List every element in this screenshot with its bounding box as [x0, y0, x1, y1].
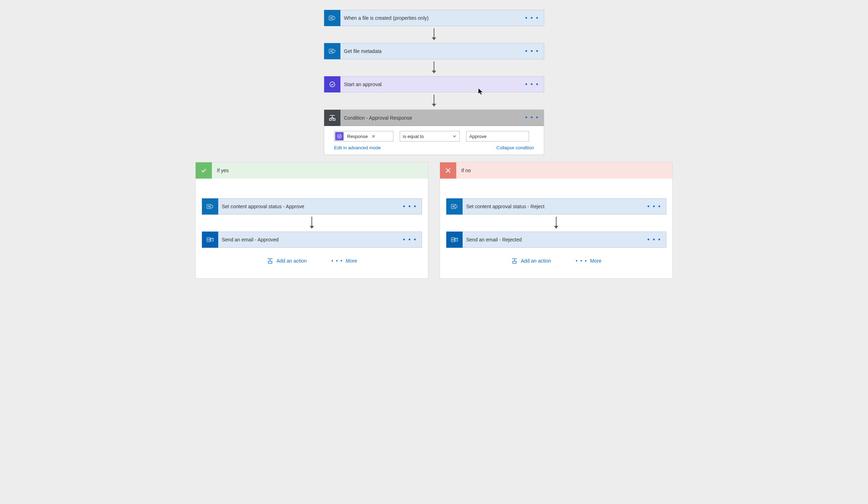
sharepoint-icon: S [202, 198, 218, 215]
step-title: When a file is created (properties only) [340, 15, 520, 21]
svg-marker-12 [432, 104, 436, 107]
arrow [324, 59, 544, 76]
more-button[interactable]: • • • More [332, 258, 357, 264]
step-menu-icon[interactable]: • • • [398, 236, 422, 244]
condition-card: Condition - Approval Response • • • Resp… [324, 109, 544, 155]
branch-no-header: If no [440, 162, 672, 179]
step-title: Send an email - Approved [218, 237, 398, 242]
step-menu-icon[interactable]: • • • [398, 203, 422, 210]
more-button[interactable]: • • • More [576, 258, 601, 264]
condition-left-token[interactable]: Response ✕ [334, 131, 393, 142]
svg-rect-17 [333, 119, 335, 120]
action-set-approval-reject[interactable]: S Set content approval status - Reject •… [446, 198, 666, 215]
condition-header[interactable]: Condition - Approval Response • • • [324, 110, 544, 126]
step-menu-icon[interactable]: • • • [520, 114, 544, 121]
approval-token-icon [335, 132, 344, 140]
value-text: Approve [469, 134, 486, 139]
svg-point-7 [332, 50, 335, 53]
svg-point-2 [332, 17, 335, 19]
arrow [309, 215, 315, 232]
step-menu-icon[interactable]: • • • [642, 236, 666, 244]
branch-no: If no S Set content approval status - Re… [440, 162, 673, 278]
arrow [553, 215, 559, 232]
step-title: Set content approval status - Approve [218, 204, 398, 209]
approval-icon [324, 76, 340, 92]
collapse-condition-link[interactable]: Collapse condition [497, 145, 534, 150]
action-send-email-rejected[interactable]: O Send an email - Rejected • • • [446, 232, 666, 248]
sharepoint-icon: S [324, 10, 340, 26]
sharepoint-icon: S [324, 43, 340, 59]
step-menu-icon[interactable]: • • • [520, 48, 544, 55]
svg-marker-9 [432, 71, 436, 73]
svg-rect-29 [268, 261, 272, 263]
more-dots-icon: • • • [576, 258, 587, 264]
add-action-button[interactable]: Add an action [267, 258, 307, 264]
condition-value-input[interactable]: Approve [466, 131, 529, 142]
svg-rect-16 [329, 119, 332, 120]
branch-yes-title: If yes [212, 168, 228, 173]
edit-advanced-link[interactable]: Edit in advanced mode [334, 145, 381, 150]
svg-text:S: S [330, 49, 332, 53]
more-label: More [346, 258, 357, 264]
svg-text:S: S [330, 16, 332, 20]
more-label: More [590, 258, 601, 264]
close-icon [440, 162, 456, 179]
trigger-step[interactable]: S When a file is created (properties onl… [324, 10, 544, 26]
step-title: Send an email - Rejected [463, 237, 642, 242]
add-action-button[interactable]: Add an action [511, 258, 551, 264]
svg-text:O: O [452, 238, 454, 241]
more-dots-icon: • • • [332, 258, 343, 264]
cursor-icon [478, 88, 484, 95]
outlook-icon: O [202, 232, 218, 248]
action-step-get-file-metadata[interactable]: S Get file metadata • • • [324, 43, 544, 59]
condition-icon [324, 110, 340, 126]
step-title: Get file metadata [340, 48, 520, 54]
svg-rect-42 [513, 261, 516, 263]
action-send-email-approved[interactable]: O Send an email - Approved • • • [202, 232, 422, 248]
token-remove-icon[interactable]: ✕ [371, 134, 377, 139]
svg-text:S: S [208, 205, 210, 208]
step-menu-icon[interactable]: • • • [520, 81, 544, 88]
svg-text:S: S [452, 205, 454, 208]
svg-point-34 [454, 205, 457, 208]
step-menu-icon[interactable]: • • • [520, 14, 544, 22]
svg-text:O: O [208, 238, 210, 241]
sharepoint-icon: S [446, 198, 463, 215]
arrow [324, 92, 544, 109]
action-set-approval-approve[interactable]: S Set content approval status - Approve … [202, 198, 422, 215]
outlook-icon: O [446, 232, 463, 248]
token-label: Response [344, 134, 371, 139]
chevron-down-icon [452, 134, 457, 138]
svg-marker-4 [432, 37, 436, 40]
add-action-label: Add an action [521, 258, 551, 264]
check-icon [196, 162, 212, 179]
condition-operator-select[interactable]: is equal to [400, 131, 460, 142]
svg-point-21 [210, 205, 213, 208]
step-title: Set content approval status - Reject [463, 204, 642, 209]
add-action-label: Add an action [277, 258, 307, 264]
arrow [324, 26, 544, 43]
svg-marker-36 [554, 226, 558, 229]
step-menu-icon[interactable]: • • • [642, 203, 666, 210]
branch-no-title: If no [456, 168, 471, 173]
svg-point-18 [338, 134, 341, 138]
operator-value: is equal to [403, 134, 424, 139]
branch-yes-header: If yes [196, 162, 428, 179]
condition-title: Condition - Approval Response [340, 115, 520, 121]
step-title: Start an approval [340, 82, 520, 87]
svg-marker-23 [310, 226, 314, 229]
action-step-start-approval[interactable]: Start an approval • • • [324, 76, 544, 92]
branch-yes: If yes S Set content approval status - A… [195, 162, 428, 278]
